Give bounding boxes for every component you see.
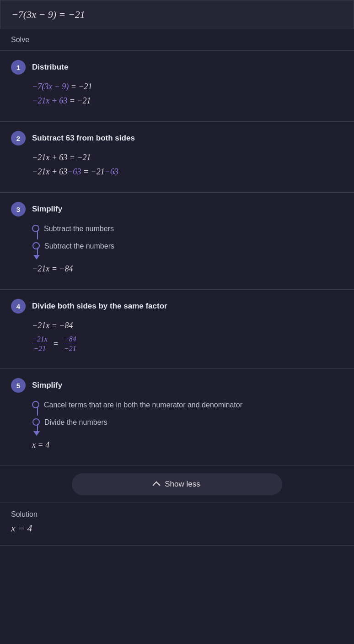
equation-header: −7(3x − 9) = −21 <box>0 0 354 29</box>
step-4-fraction-line: −21x −21 = −84 −21 <box>32 335 343 353</box>
step-5-header: 5 Simplify <box>11 378 343 393</box>
solution-value: x = 4 <box>11 522 343 534</box>
step-3-number: 3 <box>11 202 26 216</box>
step-2-section: 2 Subtract 63 from both sides −21x + 63 … <box>0 122 354 193</box>
step-4-number: 4 <box>11 299 26 314</box>
step-1-header: 1 Distribute <box>11 60 343 75</box>
step-1-section: 1 Distribute −7(3x − 9) = −21 −21x + 63 … <box>0 51 354 122</box>
chevron-up-icon <box>153 482 161 489</box>
step-3-result: −21x = −84 <box>32 264 343 274</box>
step-4-section: 4 Divide both sides by the same factor −… <box>0 290 354 369</box>
step-5-substep-1: Cancel terms that are in both the numera… <box>32 400 343 414</box>
step-1-line-1: −7(3x − 9) = −21 <box>32 82 343 92</box>
step-3-content: Subtract the numbers Subtract the number… <box>11 224 343 274</box>
step-5-result: x = 4 <box>32 440 343 450</box>
step-2-content: −21x + 63 = −21 −21x + 63−63 = −21−63 <box>11 153 343 177</box>
solution-section: Solution x = 4 <box>0 503 354 545</box>
step-1-number: 1 <box>11 60 26 75</box>
show-less-button[interactable]: Show less <box>72 473 282 495</box>
bottom-divider <box>0 545 354 546</box>
step5-substep-circle-1 <box>32 401 39 408</box>
step-4-line-1: −21x = −84 <box>32 321 343 330</box>
step5-substep-2-text: Divide the numbers <box>44 418 107 427</box>
step-2-number: 2 <box>11 131 26 146</box>
step-2-header: 2 Subtract 63 from both sides <box>11 131 343 146</box>
substep-circle-icon <box>32 225 39 232</box>
substep-2-text: Subtract the numbers <box>44 242 114 250</box>
step-4-header: 4 Divide both sides by the same factor <box>11 299 343 314</box>
step-5-title: Simplify <box>32 381 62 390</box>
fraction-left: −21x −21 <box>32 335 48 353</box>
step-4-title: Divide both sides by the same factor <box>32 302 167 311</box>
step-2-line-2: −21x + 63−63 = −21−63 <box>32 167 343 177</box>
step-1-title: Distribute <box>32 63 68 72</box>
step5-arrow-icon <box>33 431 40 436</box>
step-3-title: Simplify <box>32 205 62 214</box>
step-1-content: −7(3x − 9) = −21 −21x + 63 = −21 <box>11 82 343 106</box>
step-3-header: 3 Simplify <box>11 202 343 216</box>
step-4-content: −21x = −84 −21x −21 = −84 −21 <box>11 321 343 353</box>
fraction-right: −84 −21 <box>64 335 76 353</box>
step-3-substep-1: Subtract the numbers <box>32 224 343 238</box>
show-less-bar: Show less <box>0 466 354 503</box>
step-3-section: 3 Simplify Subtract the numbers Subtract… <box>0 193 354 290</box>
step-5-content: Cancel terms that are in both the numera… <box>11 400 343 450</box>
substep-circle-icon-2 <box>32 242 40 249</box>
equation-text: −7(3x − 9) = −21 <box>11 9 85 20</box>
show-less-label: Show less <box>165 480 200 489</box>
step-2-line-1: −21x + 63 = −21 <box>32 153 343 162</box>
step-2-title: Subtract 63 from both sides <box>32 134 135 143</box>
step5-substep-circle-2 <box>32 418 40 426</box>
substep-arrow-icon <box>33 255 40 260</box>
step-5-substep-2: Divide the numbers <box>32 417 343 437</box>
solution-label: Solution <box>11 510 343 519</box>
solve-label: Solve <box>0 29 354 51</box>
step-3-substep-2: Subtract the numbers <box>32 241 343 260</box>
step-1-line-2: −21x + 63 = −21 <box>32 96 343 106</box>
step5-substep-1-text: Cancel terms that are in both the numera… <box>44 401 242 409</box>
step-5-number: 5 <box>11 378 26 393</box>
substep-1-text: Subtract the numbers <box>44 225 114 233</box>
step-5-section: 5 Simplify Cancel terms that are in both… <box>0 369 354 466</box>
